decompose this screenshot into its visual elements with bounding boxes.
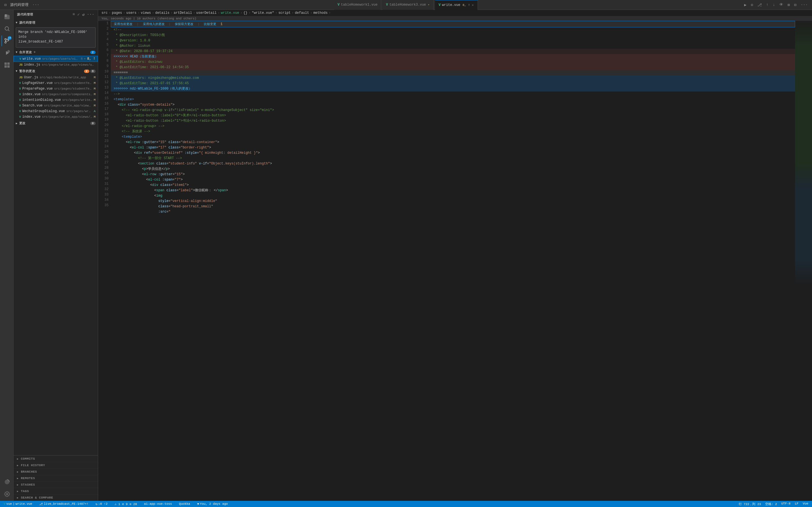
file-item-index-vue-1[interactable]: V index.vue src/pages/users/components/t…	[13, 92, 98, 97]
status-language[interactable]: Vue	[801, 502, 810, 505]
breadcrumb-methods[interactable]: methods	[313, 11, 327, 15]
checkmark-icon[interactable]: ✓	[77, 12, 80, 17]
changes-header[interactable]: ▶ 更改 0	[13, 120, 98, 127]
more-options-icon[interactable]: ···	[31, 2, 41, 8]
layout-icon[interactable]: ⊞	[786, 2, 791, 8]
code-line-16: <!-- <el-radio-group v-if="!isFrom1v1" v…	[111, 108, 795, 113]
add-icon[interactable]: +	[34, 50, 36, 54]
activity-extensions[interactable]	[1, 60, 12, 70]
git-icon: ⚑	[197, 502, 199, 506]
vue-file-icon: V	[19, 110, 21, 113]
breadcrumb-write-vue-str[interactable]: "write.vue"	[252, 11, 274, 15]
file-item-write-vue[interactable]: V write.vue src/pages/users/views/d... ⎘…	[13, 56, 98, 62]
status-line-ending[interactable]: LF	[794, 502, 800, 505]
breadcrumb-block[interactable]: {}	[243, 11, 247, 15]
file-path: src/pages/studentTeam/...	[54, 87, 92, 91]
activity-settings[interactable]	[1, 489, 12, 499]
breadcrumb-script[interactable]: script	[278, 11, 290, 15]
commit-message-input[interactable]: Merge branch 'ndz-WXLable_FE-1600' into …	[16, 27, 95, 46]
tab-tableHomework3[interactable]: V tableHomework3.vue ·	[383, 0, 434, 10]
menu-icon[interactable]: ⊟	[3, 2, 8, 8]
down-icon[interactable]: ↓	[771, 2, 776, 8]
activity-search[interactable]	[1, 23, 12, 34]
file-path: src/pages/write_a...	[66, 110, 92, 113]
stashes-section[interactable]: ▶ STASHES	[13, 482, 98, 488]
sync-icon: ↻	[96, 502, 98, 506]
remotes-section[interactable]: ▶ REMOTES	[13, 475, 98, 482]
branch-icon[interactable]: ⎇	[756, 2, 763, 8]
source-control-section[interactable]: ▶ 源代码管理	[13, 19, 98, 26]
eye-icon[interactable]: 👁	[778, 2, 784, 8]
breadcrumb-details[interactable]: details	[155, 11, 169, 15]
timeline-icon[interactable]: ⊙	[749, 2, 755, 8]
status-git[interactable]: ⚑ You, 2 days ago	[196, 501, 229, 507]
breadcrumb-src[interactable]: src	[101, 11, 108, 15]
file-item-preparepage[interactable]: V PreparePage.vue src/pages/studentTeam/…	[13, 86, 98, 92]
breadcrumb-views[interactable]: views	[141, 11, 151, 15]
search-compare-section[interactable]: ▶ SEARCH & COMPARE	[13, 494, 98, 501]
commits-section[interactable]: ▶ COMMITS	[13, 455, 98, 462]
run-icon[interactable]: ▶	[743, 2, 748, 8]
split-icon[interactable]: ⊟	[793, 2, 798, 8]
status-sync[interactable]: ↻ ↓0 ↑2	[94, 501, 109, 507]
activity-remote[interactable]	[1, 476, 12, 487]
tags-section[interactable]: ▶ TAGS	[13, 488, 98, 494]
svg-point-5	[4, 39, 6, 40]
file-item-index-vue-2[interactable]: V index.vue src/pages/write_app/views/us…	[13, 114, 98, 120]
status-position[interactable]: 行 722，列 23	[737, 502, 762, 506]
accept-current-btn[interactable]: 采用当前更改	[114, 22, 133, 26]
code-line-1: <!--	[111, 27, 795, 33]
breadcrumb-file[interactable]: write.vue	[221, 11, 239, 15]
code-line-29: <el-col :span="7">	[111, 177, 795, 182]
breadcrumb-users[interactable]: users	[126, 11, 137, 15]
vue-file-icon: V	[19, 104, 21, 107]
status-errors[interactable]: ⚠ 1 ⊘ 9 ⊙ 20	[113, 501, 139, 507]
section-actions: +	[34, 50, 36, 54]
activity-run[interactable]	[1, 48, 12, 58]
changes-icon[interactable]: ≡	[72, 12, 75, 17]
file-item-wechatgroup[interactable]: V WechatGroupDialog.vue src/pages/write_…	[13, 108, 98, 114]
file-item-logpageuser[interactable]: V LogPageUser.vue src/pages/studentTeam/…	[13, 80, 98, 86]
chevron-icon: ▶	[17, 470, 18, 473]
more-icon[interactable]: ···	[799, 2, 809, 8]
file-item-search[interactable]: V Search.vue src/pages/write_app/views/u…	[13, 103, 98, 108]
tab-write-vue[interactable]: V write.vue 8, ! ✕	[435, 0, 477, 10]
breadcrumb-userdetail[interactable]: userDetail	[196, 11, 216, 15]
breadcrumb-pages[interactable]: pages	[112, 11, 122, 15]
refresh-icon[interactable]: ↺	[82, 12, 85, 17]
copy-icon[interactable]: ⎘	[81, 57, 83, 61]
file-item-user-js[interactable]: JS User.js src/api/modules/write_app M	[13, 75, 98, 80]
activity-explorer[interactable]	[1, 11, 12, 22]
more-icon[interactable]: ···	[87, 12, 94, 17]
stash-badge: 2	[84, 69, 89, 73]
status-encoding[interactable]: UTF-8	[780, 502, 792, 505]
tab-close-icon[interactable]: ✕	[471, 3, 474, 7]
file-item-intentiondialog[interactable]: V intentionDialog.vue src/pages/write_ap…	[13, 97, 98, 103]
accept-both-btn[interactable]: 保留双方更改	[175, 22, 193, 26]
tab-tableHomework1[interactable]: V tableHomework1.vue	[334, 0, 381, 10]
commit-message-box[interactable]: Merge branch 'ndz-WXLable_FE-1600' into …	[16, 27, 96, 48]
stashed-changes-header[interactable]: ▶ 暂存的更改 2 8	[13, 68, 98, 75]
status-vue[interactable]: V vue | write.vue	[2, 501, 34, 507]
file-item-index-js[interactable]: JS index.js src/pages/write_app/views/us…	[13, 62, 98, 68]
code-area[interactable]: 采用当前更改 | 采用传入的更改 | 保留双方更改 | 比较变更 1 <!-- …	[111, 21, 795, 501]
file-path: src/pages/write_app/views/users/...	[42, 115, 93, 119]
status-branch[interactable]: ⎇ live_broadcast_FE-1487+!	[38, 501, 90, 507]
compare-btn[interactable]: 比较变更	[204, 22, 216, 26]
add-icon[interactable]: +	[84, 57, 86, 61]
branches-section[interactable]: ▶ BRANCHES	[13, 468, 98, 475]
up-icon[interactable]: ↑	[765, 2, 770, 8]
staged-changes-header[interactable]: ▶ 合并更改 + 2	[13, 49, 98, 56]
file-status: M	[94, 76, 96, 79]
accept-incoming-btn[interactable]: 采用传入的更改	[143, 22, 165, 26]
status-tool[interactable]: Quokka	[177, 501, 192, 507]
title-bar-actions: ▶ ⊙ ⎇ ↑ ↓ 👁 ⊞ ⊟ ···	[478, 2, 809, 8]
breadcrumb-default[interactable]: default	[295, 11, 309, 15]
status-spaces[interactable]: 空格: 2	[764, 502, 778, 506]
status-project[interactable]: ai-app-vue-toss	[143, 501, 173, 507]
activity-bar: 10	[0, 10, 13, 501]
activity-source-control[interactable]: 10	[1, 36, 12, 46]
file-status: M	[94, 98, 96, 102]
file-history-section[interactable]: ▶ FILE HISTORY	[13, 462, 98, 468]
breadcrumb-artdetail[interactable]: artDetail	[174, 11, 192, 15]
